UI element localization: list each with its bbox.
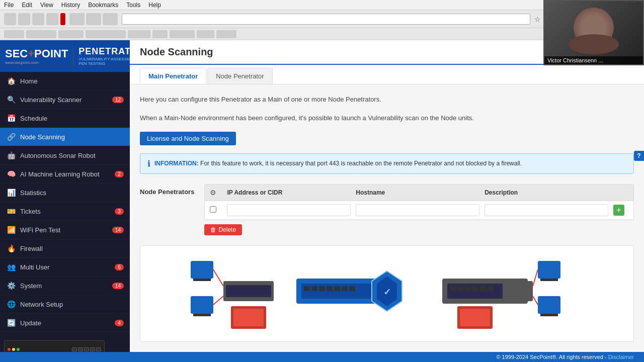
sidebar-item-label: Home — [20, 77, 124, 85]
sidebar-item-autonomous-sonar-robot[interactable]: 🤖 Autonomous Sonar Robot — [0, 146, 130, 165]
home-button[interactable] — [46, 13, 58, 25]
sidebar-item-label: Statistics — [20, 189, 124, 197]
bookmark-2[interactable] — [26, 30, 56, 38]
menu-tools[interactable]: Tools — [126, 2, 140, 9]
tabs-container: Main Penetrator Node Penetrator — [130, 65, 644, 84]
license-node-scanning-button[interactable]: License and Node Scanning — [140, 132, 236, 145]
sidebar-item-schedule[interactable]: 📅 Schedule — [0, 109, 130, 128]
sidebar-item-ai-machine-learning[interactable]: 🧠 AI Machine Learning Robot 2 — [0, 165, 130, 184]
refresh-button[interactable] — [32, 13, 44, 25]
sidebar-item-support[interactable]: 💬 Support 18 — [0, 332, 130, 336]
computer-top-right — [538, 261, 560, 279]
statistics-icon: 📊 — [6, 188, 16, 198]
col-hostname-input[interactable] — [356, 204, 479, 216]
info-icon: ℹ — [147, 159, 150, 168]
ip-address-input[interactable] — [227, 204, 351, 216]
menu-view[interactable]: View — [40, 2, 53, 9]
hostname-input[interactable] — [356, 204, 479, 216]
port-m2 — [311, 286, 317, 291]
help-button[interactable]: ? — [634, 151, 644, 161]
bookmark-7[interactable] — [170, 30, 195, 38]
sidebar-item-label: Schedule — [20, 115, 124, 122]
ai-badge: 2 — [115, 171, 124, 177]
section-label: Node Penetrators — [140, 184, 194, 196]
tab-1[interactable] — [69, 13, 85, 25]
bookmark-9[interactable] — [216, 30, 236, 38]
led-power — [8, 348, 11, 351]
col-description-input[interactable] — [485, 204, 608, 216]
table-row: + — [205, 201, 633, 220]
menu-help[interactable]: Help — [148, 2, 161, 9]
multi-user-icon: 👥 — [6, 262, 16, 272]
sidebar-item-multi-user[interactable]: 👥 Multi User 6 — [0, 258, 130, 277]
sidebar-item-system[interactable]: ⚙️ System 14 — [0, 277, 130, 295]
sidebar-item-firewall[interactable]: 🔥 Firewall — [0, 239, 130, 258]
computer-bottom-right — [538, 296, 560, 314]
sidebar-item-update[interactable]: 🔄 Update 4 — [0, 314, 130, 332]
line-bottom-left — [213, 296, 223, 305]
sidebar-item-statistics[interactable]: 📊 Statistics — [0, 184, 130, 202]
network-diagram: ✓ — [140, 245, 634, 342]
update-badge: 4 — [115, 320, 124, 326]
port-m7 — [349, 286, 355, 291]
gear-settings-icon: ⚙ — [210, 189, 216, 197]
col-header-hostname: Hostname — [356, 189, 479, 196]
tab-node-penetrator[interactable]: Node Penetrator — [207, 68, 272, 84]
sidebar-item-label: Vulnerability Scanner — [20, 96, 112, 104]
tab-2[interactable] — [86, 13, 101, 25]
info-message: For this feature to work, it is necessar… — [200, 160, 522, 167]
bookmark-3[interactable] — [58, 30, 84, 38]
col-header-description: Description — [485, 189, 608, 196]
rport-3 — [465, 286, 471, 291]
port-2 — [78, 347, 83, 351]
bookmark-5[interactable] — [128, 30, 150, 38]
url-bar[interactable] — [122, 14, 530, 25]
delete-button[interactable]: 🗑 Delete — [204, 224, 242, 235]
sidebar-item-label: Multi User — [20, 263, 115, 271]
delete-label: Delete — [218, 226, 236, 233]
monitor-stand-left2 — [193, 314, 211, 316]
menu-file[interactable]: File — [4, 2, 14, 9]
line-top-right — [533, 269, 538, 286]
sidebar-item-label: System — [20, 282, 112, 290]
stop-button[interactable] — [60, 13, 65, 25]
table-header: ⚙ IP Address or CIDR Hostname Descriptio… — [205, 185, 633, 201]
sidebar-item-network-setup[interactable]: 🌐 Network Setup — [0, 295, 130, 314]
menu-edit[interactable]: Edit — [22, 2, 32, 9]
system-icon: ⚙️ — [6, 281, 16, 291]
bookmark-star[interactable]: ☆ — [532, 14, 542, 24]
col-add-action[interactable]: + — [613, 205, 628, 216]
sidebar-item-label: Update — [20, 319, 115, 327]
back-button[interactable] — [4, 13, 16, 25]
bookmark-8[interactable] — [197, 30, 214, 38]
footer-disclaimer-link[interactable]: Disclaimer — [608, 354, 634, 360]
sidebar-item-tickets[interactable]: 🎫 Tickets 3 — [0, 202, 130, 221]
sidebar-item-vulnerability-scanner[interactable]: 🔍 Vulnerability Scanner 12 — [0, 90, 130, 109]
tab-main-penetrator[interactable]: Main Penetrator — [140, 68, 206, 84]
row-checkbox-area — [210, 206, 222, 214]
bookmark-6[interactable] — [152, 30, 168, 38]
bookmark-1[interactable] — [4, 30, 24, 38]
right-node-device — [503, 281, 533, 301]
sidebar-item-wifi-pen-test[interactable]: 📶 WiFi Pen Test 14 — [0, 221, 130, 239]
bookmark-4[interactable] — [86, 30, 126, 38]
port-4 — [90, 347, 95, 351]
menu-bookmarks[interactable]: Bookmarks — [88, 2, 118, 9]
forward-button[interactable] — [18, 13, 30, 25]
firewall-icon: 🔥 — [6, 243, 16, 253]
tab-3[interactable] — [103, 13, 118, 25]
tickets-badge: 3 — [115, 208, 124, 215]
add-row-button[interactable]: + — [613, 205, 624, 216]
row-checkbox[interactable] — [210, 206, 216, 213]
sidebar-item-node-scanning[interactable]: 🔗 Node Scanning — [0, 128, 130, 146]
col-ip-input[interactable] — [227, 204, 351, 216]
menu-history[interactable]: History — [61, 2, 80, 9]
network-icon: 🌐 — [6, 299, 16, 309]
description-input[interactable] — [485, 204, 608, 216]
sidebar-item-home[interactable]: 🏠 Home — [0, 72, 130, 90]
sidebar-logo: SEC+POINT www.secpoint.com PENETRATOR™ V… — [0, 40, 130, 72]
main-layout: SEC+POINT www.secpoint.com PENETRATOR™ V… — [0, 40, 644, 362]
info-label: INFORMATION: — [154, 160, 199, 167]
monitor-stand-right — [540, 279, 558, 281]
sidebar-item-label: Node Scanning — [20, 133, 124, 141]
